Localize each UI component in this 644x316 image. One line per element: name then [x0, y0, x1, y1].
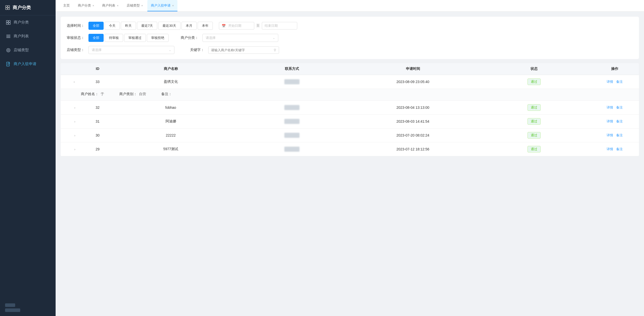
close-icon[interactable]: ×	[93, 4, 94, 7]
svg-rect-2	[6, 8, 7, 10]
store-type-select[interactable]: 请选择 ⌄	[88, 46, 174, 54]
remark-link-31[interactable]: 备注	[616, 119, 623, 124]
close-icon[interactable]: ×	[117, 4, 118, 7]
sidebar-item-label: 店铺类型	[14, 48, 29, 52]
table-panel: ID商户名称联系方式申请时间状态操作 ⌄ 33 盈绣文化 2023-08-09 …	[61, 63, 639, 156]
row-id-33: 33	[85, 80, 110, 84]
table-header-4: 申请时间	[352, 67, 473, 71]
table-header-0	[65, 67, 85, 71]
tab-merchant-list[interactable]: 商户列表 ×	[99, 0, 122, 11]
row-contact-31	[231, 119, 352, 124]
status-btn-审核拒绝[interactable]: 审核拒绝	[147, 34, 169, 42]
detail-link-29[interactable]: 详情	[607, 147, 613, 151]
row-contact-29	[231, 147, 352, 152]
chevron-down-icon: ⌄	[273, 36, 275, 40]
expand-toggle-29[interactable]: ›	[65, 147, 85, 151]
close-icon[interactable]: ×	[141, 4, 143, 7]
expand-toggle-31[interactable]: ›	[65, 119, 85, 123]
sidebar-item-label: 商户入驻申请	[14, 62, 36, 66]
expand-remark: 备注：	[161, 92, 174, 96]
remark-link-29[interactable]: 备注	[616, 147, 623, 151]
expand-category: 商户类别： 自营	[119, 92, 146, 96]
detail-link-33[interactable]: 详情	[607, 80, 613, 84]
list-icon	[6, 34, 11, 39]
remark-link-30[interactable]: 备注	[616, 133, 623, 138]
row-contact-32	[231, 105, 352, 110]
keyword-input[interactable]	[211, 48, 274, 52]
sidebar-item-merchant-apply[interactable]: 商户入驻申请	[0, 57, 56, 71]
file-icon	[6, 62, 11, 66]
table-row: › 29 5977测试 2023-07-12 18:12:56 通过 详情 备注	[61, 142, 639, 156]
row-actions-29: 详情 备注	[594, 147, 635, 151]
row-status-31: 通过	[473, 118, 594, 125]
time-btn-今天[interactable]: 今天	[105, 22, 120, 30]
tab-merchant-apply[interactable]: 商户入驻申请 ×	[147, 0, 177, 11]
row-status-30: 通过	[473, 132, 594, 139]
row-id-29: 29	[85, 147, 110, 151]
remark-link-32[interactable]: 备注	[616, 105, 623, 110]
svg-rect-9	[6, 36, 10, 37]
time-btn-本年[interactable]: 本年	[198, 22, 213, 30]
sidebar-item-merchant-category[interactable]: 商户分类	[0, 15, 56, 29]
svg-point-12	[8, 49, 9, 51]
svg-rect-8	[6, 35, 10, 35]
row-actions-31: 详情 备注	[594, 119, 635, 124]
tab-label: 商户列表	[102, 3, 115, 8]
blurred-contact	[284, 105, 300, 110]
category-placeholder: 请选择	[206, 36, 216, 40]
expand-toggle-33[interactable]: ⌄	[65, 80, 85, 84]
row-actions-32: 详情 备注	[594, 105, 635, 110]
blurred-contact	[284, 119, 300, 124]
time-btn-昨天[interactable]: 昨天	[121, 22, 136, 30]
remark-link-33[interactable]: 备注	[616, 80, 623, 84]
time-btn-最近30天[interactable]: 最近30天	[158, 22, 180, 30]
sidebar: 商户分类 商户分类商户列表店铺类型商户入驻申请	[0, 0, 56, 316]
chevron-icon[interactable]: ›	[74, 148, 75, 151]
date-separator: 至	[256, 23, 260, 28]
detail-link-30[interactable]: 详情	[607, 133, 613, 138]
sidebar-item-merchant-list[interactable]: 商户列表	[0, 29, 56, 43]
row-status-29: 通过	[473, 146, 594, 152]
svg-rect-6	[6, 23, 8, 24]
row-contact-30	[231, 133, 352, 138]
sidebar-item-label: 商户分类	[14, 20, 29, 25]
tab-merchant-category[interactable]: 商户分类 ×	[74, 0, 98, 11]
detail-link-32[interactable]: 详情	[607, 105, 613, 110]
svg-rect-0	[6, 6, 7, 7]
sidebar-item-store-type[interactable]: 店铺类型	[0, 43, 56, 57]
tab-home[interactable]: 主页	[60, 0, 73, 11]
keyword-input-wrapper[interactable]: ⚲	[208, 46, 279, 54]
date-end-placeholder: 结束日期	[265, 23, 278, 28]
chevron-icon[interactable]: ›	[74, 106, 75, 110]
status-btn-group: 全部待审核审核通过审核拒绝	[88, 34, 169, 42]
status-badge: 通过	[527, 104, 541, 111]
blurred-contact	[284, 79, 300, 84]
row-name-32: fobhao	[110, 106, 231, 110]
time-btn-本月[interactable]: 本月	[181, 22, 197, 30]
expand-toggle-32[interactable]: ›	[65, 106, 85, 110]
status-btn-全部[interactable]: 全部	[88, 34, 104, 42]
chevron-icon[interactable]: ›	[74, 120, 75, 123]
time-btn-全部[interactable]: 全部	[88, 22, 104, 30]
date-start-input[interactable]: 📅 开始日期	[219, 22, 254, 30]
close-icon[interactable]: ×	[172, 4, 174, 7]
chevron-icon[interactable]: ›	[74, 134, 75, 137]
status-btn-待审核[interactable]: 待审核	[105, 34, 123, 42]
search-icon: ⚲	[274, 48, 276, 52]
category-select[interactable]: 请选择 ⌄	[202, 34, 278, 42]
expand-toggle-30[interactable]: ›	[65, 133, 85, 137]
table-header-3: 联系方式	[231, 67, 352, 71]
status-btn-审核通过[interactable]: 审核通过	[124, 34, 146, 42]
detail-link-31[interactable]: 详情	[607, 119, 613, 124]
chevron-icon[interactable]: ⌄	[73, 81, 77, 83]
sidebar-header-icon	[5, 5, 10, 10]
table-row: › 32 fobhao 2023-08-04 13:13:00 通过 详情 备注	[61, 101, 639, 115]
date-end-input[interactable]: 结束日期	[262, 22, 297, 30]
row-time-30: 2023-07-20 08:02:24	[352, 133, 473, 137]
time-btn-最近7天[interactable]: 最近7天	[137, 22, 157, 30]
table-header-2: 商户名称	[110, 67, 231, 71]
keyword-label: 关键字：	[187, 48, 204, 52]
svg-point-11	[7, 48, 10, 52]
content-area: 选择时间： 全部今天昨天最近7天最近30天本月本年 📅 开始日期 至 结束日期 …	[56, 12, 644, 316]
tab-store-type[interactable]: 店铺类型 ×	[123, 0, 146, 11]
